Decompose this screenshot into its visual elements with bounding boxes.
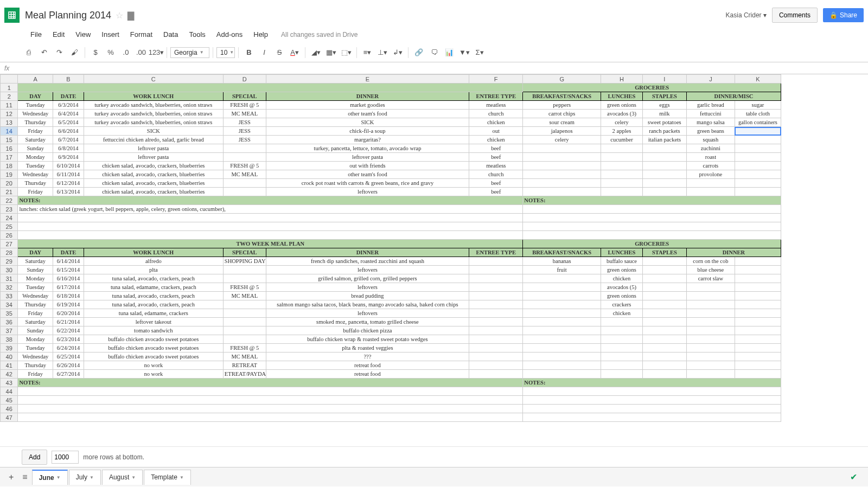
cell[interactable]: [523, 153, 601, 162]
cell[interactable]: milk: [642, 110, 686, 118]
row-header[interactable]: 40: [1, 353, 18, 361]
col-header[interactable]: H: [601, 75, 643, 84]
spreadsheet-grid[interactable]: A B C D E F G H I J K 1 GROCERIES2 DAYDA…: [0, 74, 868, 446]
cell[interactable]: FRESH @ 5: [223, 101, 266, 110]
cell[interactable]: Sunday: [18, 266, 53, 274]
cell[interactable]: 6/4/2014: [53, 110, 84, 118]
cell[interactable]: [469, 335, 523, 344]
cell[interactable]: Sunday: [18, 326, 53, 335]
cell[interactable]: buffalo chicken wrap & roasted sweet pot…: [266, 335, 469, 344]
cell[interactable]: leftovers: [266, 283, 469, 292]
cell[interactable]: Tuesday: [18, 101, 53, 110]
star-icon[interactable]: ☆: [116, 10, 123, 21]
cell[interactable]: squash: [686, 136, 735, 144]
cell[interactable]: [642, 326, 686, 335]
cell[interactable]: 6/18/2014: [53, 292, 84, 300]
cell[interactable]: avocados (5): [601, 283, 643, 292]
cell[interactable]: [642, 370, 686, 379]
cell[interactable]: Tuesday: [18, 283, 53, 292]
cell[interactable]: out with friends: [266, 162, 469, 170]
row-header[interactable]: 11: [1, 101, 18, 110]
cell[interactable]: [686, 361, 735, 370]
cell[interactable]: 6/16/2014: [53, 274, 84, 283]
formula-input[interactable]: [14, 65, 864, 72]
cell[interactable]: [735, 361, 781, 370]
cell[interactable]: [642, 283, 686, 292]
cell[interactable]: chicken: [601, 309, 643, 318]
col-header[interactable]: E: [266, 75, 469, 84]
cell[interactable]: [469, 361, 523, 370]
cell[interactable]: [523, 144, 601, 153]
cell[interactable]: [642, 300, 686, 309]
cell[interactable]: [735, 153, 781, 162]
cell[interactable]: Thursday: [18, 361, 53, 370]
cell[interactable]: margaritas?: [266, 136, 469, 144]
col-header[interactable]: F: [469, 75, 523, 84]
cell[interactable]: ???: [266, 353, 469, 361]
cell[interactable]: [686, 188, 735, 196]
cell[interactable]: [686, 370, 735, 379]
cell[interactable]: 6/3/2014: [53, 101, 84, 110]
cell[interactable]: chicken salad, avocado, crackers, bluebe…: [84, 188, 223, 196]
cell[interactable]: [642, 257, 686, 266]
row-header[interactable]: 31: [1, 274, 18, 283]
cell[interactable]: [642, 361, 686, 370]
cell[interactable]: [523, 309, 601, 318]
selected-cell[interactable]: [735, 127, 781, 136]
cell[interactable]: 6/14/2014: [53, 257, 84, 266]
menu-file[interactable]: File: [26, 28, 46, 41]
cell[interactable]: FRESH @ 5: [223, 344, 266, 353]
cell[interactable]: [523, 283, 601, 292]
cell[interactable]: [469, 274, 523, 283]
cell[interactable]: 6/5/2014: [53, 118, 84, 127]
cell[interactable]: [686, 309, 735, 318]
cell[interactable]: gallon containers: [735, 118, 781, 127]
row-header[interactable]: 1: [1, 84, 18, 92]
cell[interactable]: zuchinni: [686, 144, 735, 153]
cell[interactable]: garlic bread: [686, 101, 735, 110]
cell[interactable]: SHOPPING DAY: [223, 257, 266, 266]
cell[interactable]: green onions: [601, 266, 643, 274]
select-all-corner[interactable]: [1, 75, 18, 84]
cell[interactable]: bananas: [523, 257, 601, 266]
row-header[interactable]: 13: [1, 118, 18, 127]
cell[interactable]: [686, 179, 735, 188]
cell[interactable]: [642, 162, 686, 170]
cell[interactable]: eggs: [642, 101, 686, 110]
cell[interactable]: [523, 335, 601, 344]
cell[interactable]: ranch packets: [642, 127, 686, 136]
cell[interactable]: [223, 266, 266, 274]
fontsize-select[interactable]: 10▼: [216, 47, 235, 58]
cell[interactable]: [469, 309, 523, 318]
menu-help[interactable]: Help: [249, 28, 272, 41]
cell[interactable]: [469, 370, 523, 379]
add-sheet-icon[interactable]: +: [4, 470, 18, 484]
cell[interactable]: 6/9/2014: [53, 153, 84, 162]
cell[interactable]: roast: [686, 153, 735, 162]
valign-icon[interactable]: ⊥▾: [375, 46, 390, 60]
cell[interactable]: [18, 222, 523, 231]
cell[interactable]: retreat food: [266, 370, 469, 379]
cell[interactable]: 6/23/2014: [53, 335, 84, 344]
cell[interactable]: [601, 179, 643, 188]
cell[interactable]: ETREAT/PAYDA: [223, 370, 266, 379]
cell[interactable]: [523, 405, 781, 413]
cell[interactable]: [735, 344, 781, 353]
cell[interactable]: [601, 326, 643, 335]
strike-icon[interactable]: S: [272, 46, 286, 60]
cell[interactable]: turkey avocado sandwich, blueberries, on…: [84, 118, 223, 127]
row-header[interactable]: 14: [1, 127, 18, 136]
cell[interactable]: italian packets: [642, 136, 686, 144]
col-header[interactable]: G: [523, 75, 601, 84]
cell[interactable]: [523, 274, 601, 283]
cell[interactable]: [601, 188, 643, 196]
cell[interactable]: fruit: [523, 266, 601, 274]
cell[interactable]: salmon mango salsa tacos, black beans, m…: [266, 300, 469, 309]
cell[interactable]: 6/13/2014: [53, 188, 84, 196]
row-header[interactable]: 42: [1, 370, 18, 379]
dec-decrease-icon[interactable]: .0: [119, 46, 133, 60]
cell[interactable]: [642, 309, 686, 318]
cell[interactable]: [735, 257, 781, 266]
fill-color-icon[interactable]: ◢▾: [309, 46, 323, 60]
cell[interactable]: [523, 179, 601, 188]
